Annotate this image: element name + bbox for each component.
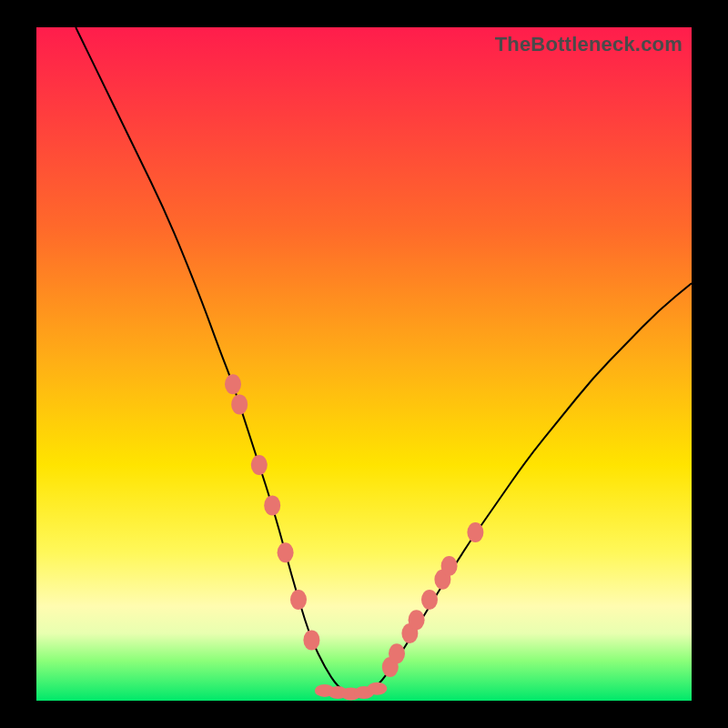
marker-dot: [467, 522, 483, 542]
chart-frame: TheBottleneck.com: [0, 0, 728, 728]
bottom-marker-cluster: [315, 682, 388, 701]
marker-dot: [421, 590, 438, 610]
marker-dot: [264, 495, 280, 515]
marker-dot: [389, 643, 405, 663]
bottleneck-curve: [76, 27, 692, 694]
marker-dot: [278, 542, 294, 562]
marker-dot: [367, 682, 387, 695]
marker-dot: [303, 630, 319, 650]
marker-dot: [225, 374, 241, 394]
bottleneck-curve-svg: [36, 27, 692, 701]
marker-dot: [290, 590, 307, 610]
marker-dot: [409, 610, 425, 630]
plot-area: TheBottleneck.com: [36, 27, 692, 701]
marker-dot: [231, 394, 248, 414]
left-marker-cluster: [225, 374, 319, 650]
marker-dot: [441, 556, 458, 576]
marker-dot: [251, 455, 268, 475]
